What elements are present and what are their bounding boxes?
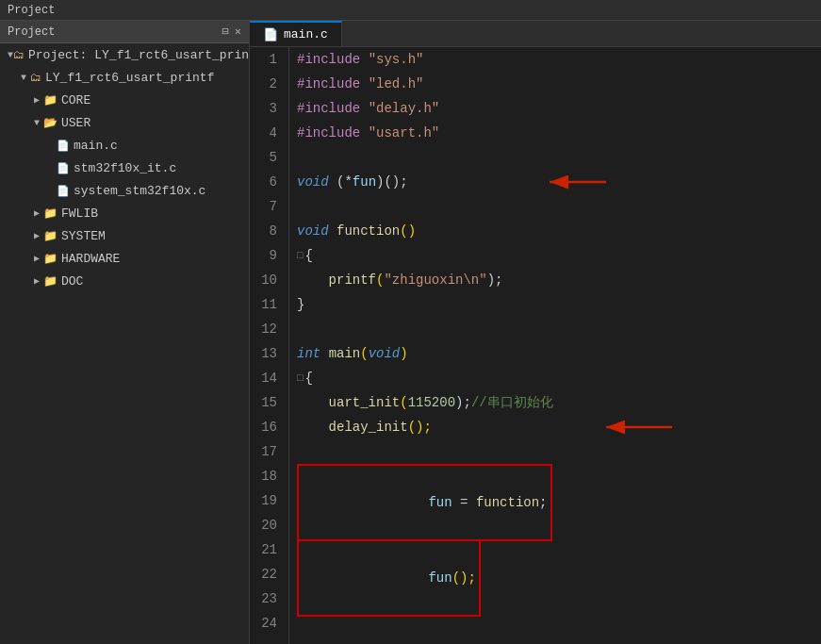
arrow-icon: ▶ [30, 94, 43, 106]
sidebar-header-title: Project [8, 25, 55, 39]
title-bar: Project [0, 0, 821, 21]
sysmod-label: SYSTEM [61, 229, 106, 243]
sidebar-header-icons: ⊟ ✕ [222, 25, 241, 39]
tab-bar: 📄 main.c [250, 21, 821, 47]
pin-icon[interactable]: ⊟ [222, 25, 229, 39]
arrow-icon: ▶ [30, 207, 43, 219]
red-arrow-1 [542, 170, 608, 194]
tab-label: main.c [284, 27, 328, 41]
arrow-icon: ▼ [17, 73, 30, 83]
tree-root[interactable]: ▼ 🗂 Project: LY_f1_rct6_usart_printf [0, 43, 249, 66]
systemfile-label: system_stm32f10x.c [74, 184, 205, 198]
editor-area: 📄 main.c 12345 678910 1112131415 1617181… [250, 21, 821, 644]
stm32-label: stm32f10x_it.c [74, 161, 176, 175]
tree-root-label: Project: LY_f1_rct6_usart_printf [28, 48, 250, 62]
fwlib-label: FWLIB [61, 206, 98, 221]
code-lines: #include "sys.h" #include "led.h" #inclu… [289, 47, 821, 644]
code-line: void function() [297, 219, 813, 243]
code-line: □{ [297, 243, 813, 268]
folder-icon: 📁 [43, 206, 57, 221]
tree-sysmod[interactable]: ▶ 📁 SYSTEM [0, 224, 249, 247]
tree-system-file[interactable]: 📄 system_stm32f10x.c [0, 179, 249, 202]
file-icon: 📄 [57, 162, 70, 174]
code-line-18: fun = function; [297, 464, 813, 541]
tree-user[interactable]: ▼ 📂 USER [0, 111, 249, 134]
code-line [297, 317, 813, 341]
arrow-icon [43, 140, 57, 151]
code-line: #include "usart.h" [297, 121, 813, 145]
code-line: } [297, 292, 813, 317]
code-line: #include "delay.h" [297, 96, 813, 121]
code-line [297, 145, 813, 170]
folder-icon: 📂 [43, 116, 57, 130]
code-line [297, 439, 813, 464]
code-line [297, 194, 813, 219]
folder-icon: 📁 [43, 252, 57, 266]
tab-mainc[interactable]: 📄 main.c [250, 21, 342, 46]
file-icon: 📄 [57, 140, 70, 152]
code-line: □{ [297, 366, 813, 390]
arrow-icon: ▶ [30, 230, 43, 241]
code-line-13: int main(void) [297, 341, 813, 366]
project-icon: 🗂 [13, 48, 25, 62]
core-label: CORE [61, 93, 90, 107]
tree-hardware[interactable]: ▶ 📁 HARDWARE [0, 247, 249, 270]
code-line: printf("zhiguoxin\n"); [297, 268, 813, 292]
hardware-label: HARDWARE [61, 252, 120, 266]
red-arrow-2 [599, 415, 674, 439]
folder-icon: 📁 [43, 93, 57, 107]
folder-icon: 📁 [43, 274, 57, 289]
tree-mainc[interactable]: 📄 main.c [0, 134, 249, 157]
code-line-19: fun(); [297, 541, 813, 617]
arrow-icon: ▶ [30, 275, 43, 287]
proj-icon: 🗂 [30, 71, 41, 85]
code-line [297, 617, 813, 641]
arrow-icon [43, 186, 57, 196]
code-line: #include "led.h" [297, 72, 813, 96]
arrow-icon: ▶ [30, 253, 43, 264]
file-icon: 📄 [57, 185, 70, 197]
mainc-label: main.c [74, 139, 118, 153]
close-icon[interactable]: ✕ [235, 25, 241, 39]
arrow-icon [43, 163, 57, 173]
tree-proj[interactable]: ▼ 🗂 LY_f1_rct6_usart_printf [0, 66, 249, 89]
code-line-6: void (*fun)(); [297, 170, 813, 194]
code-line: #include "sys.h" [297, 47, 813, 72]
code-line-16: delay_init(); [297, 415, 813, 439]
folder-icon: 📁 [43, 229, 57, 243]
line-numbers: 12345 678910 1112131415 1617181920 21222… [250, 47, 289, 644]
tree-fwlib[interactable]: ▶ 📁 FWLIB [0, 202, 249, 224]
title-label: Project [8, 4, 55, 17]
sidebar-header: Project ⊟ ✕ [0, 21, 249, 43]
sidebar: Project ⊟ ✕ ▼ 🗂 Project: LY_f1_rct6_usar… [0, 21, 250, 644]
code-area[interactable]: 12345 678910 1112131415 1617181920 21222… [250, 47, 821, 644]
user-label: USER [61, 116, 90, 130]
code-line: uart_init(115200);//串口初始化 [297, 390, 813, 415]
doc-label: DOC [61, 274, 83, 289]
tree-core[interactable]: ▶ 📁 CORE [0, 89, 249, 111]
tree-stm32[interactable]: 📄 stm32f10x_it.c [0, 157, 249, 179]
tree-doc[interactable]: ▶ 📁 DOC [0, 270, 249, 292]
arrow-icon: ▼ [30, 118, 43, 128]
proj-label: LY_f1_rct6_usart_printf [45, 71, 214, 85]
file-icon-tab: 📄 [263, 27, 278, 42]
